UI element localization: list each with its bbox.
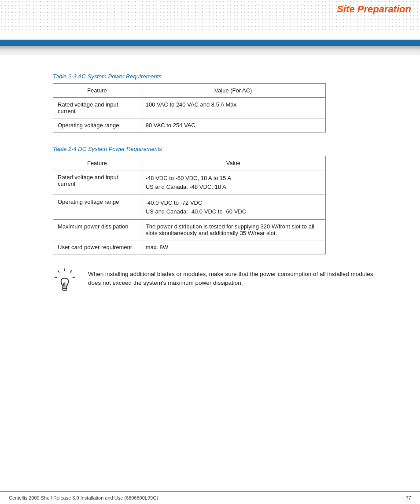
table2-row2-value-text: -40.0 VDC to -72 VDCUS and Canada: -40.0… (146, 199, 321, 216)
svg-rect-6 (63, 289, 66, 291)
table-header-row: Feature Value (53, 156, 326, 170)
table1-header-value: Value (For AC) (141, 84, 325, 98)
tip-section: When installing additional blades or mod… (53, 268, 385, 300)
table2-row3-feature: Maximum power dissipation (53, 220, 141, 240)
ac-power-table: Feature Value (For AC) Rated voltage and… (53, 83, 326, 132)
table-header-row: Feature Value (For AC) (53, 84, 326, 98)
table-row: Operating voltage range 90 VAC to 254 VA… (53, 118, 326, 132)
table2-row1-value: -48 VDC to -60 VDC, 18 A to 15 AUS and C… (141, 170, 325, 195)
svg-line-2 (55, 277, 57, 277)
svg-line-3 (70, 271, 72, 273)
table-row: Rated voltage and input current 100 VAC … (53, 98, 326, 118)
tip-icon-area (53, 268, 79, 300)
main-content: Table 2-3 AC System Power Requirements F… (0, 55, 420, 317)
table-row: Rated voltage and input current -48 VDC … (53, 170, 326, 195)
table2-row2-value: -40.0 VDC to -72 VDCUS and Canada: -40.0… (141, 195, 325, 220)
table1-header-feature: Feature (53, 84, 141, 98)
table2-header-feature: Feature (53, 156, 141, 170)
footer: Centellis 2000 Shelf Release 3.0 Install… (0, 491, 420, 504)
table2-row1-value-text: -48 VDC to -60 VDC, 18 A to 15 AUS and C… (146, 174, 321, 191)
table1-row2-value: 90 VAC to 254 VAC (141, 118, 325, 132)
table2-row4-feature: User card power requirement (53, 240, 141, 254)
table1-row1-value: 100 VAC to 240 VAC and 8.5 A Max (141, 98, 325, 118)
blue-bar-decoration (0, 40, 420, 46)
page-title: Site Preparation (337, 4, 411, 15)
table-row: Maximum power dissipation The power dist… (53, 220, 326, 240)
header-area: Site Preparation (0, 0, 420, 40)
table2-row1-feature: Rated voltage and input current (53, 170, 141, 195)
table2-caption: Table 2-4 DC System Power Requirements (53, 146, 385, 152)
table1-row2-feature: Operating voltage range (53, 118, 141, 132)
header-title-area: Site Preparation (337, 4, 411, 15)
table1-caption: Table 2-3 AC System Power Requirements (53, 73, 385, 80)
table-row: User card power requirement max. 8W (53, 240, 326, 254)
table-row: Operating voltage range -40.0 VDC to -72… (53, 195, 326, 220)
svg-line-1 (58, 271, 59, 273)
table2-row3-value: The power distribution is tested for sup… (141, 220, 325, 240)
dc-power-table: Feature Value Rated voltage and input cu… (53, 156, 326, 254)
lightbulb-icon (53, 268, 77, 298)
tip-text: When installing additional blades or mod… (88, 268, 385, 288)
table1-row1-feature: Rated voltage and input current (53, 98, 141, 118)
footer-left-text: Centellis 2000 Shelf Release 3.0 Install… (9, 495, 158, 500)
table2-header-value: Value (141, 156, 325, 170)
footer-page-number: 77 (406, 495, 411, 500)
svg-line-4 (73, 277, 75, 277)
gray-band-decoration (0, 46, 420, 55)
table2-row2-feature: Operating voltage range (53, 195, 141, 220)
table2-row4-value: max. 8W (141, 240, 325, 254)
